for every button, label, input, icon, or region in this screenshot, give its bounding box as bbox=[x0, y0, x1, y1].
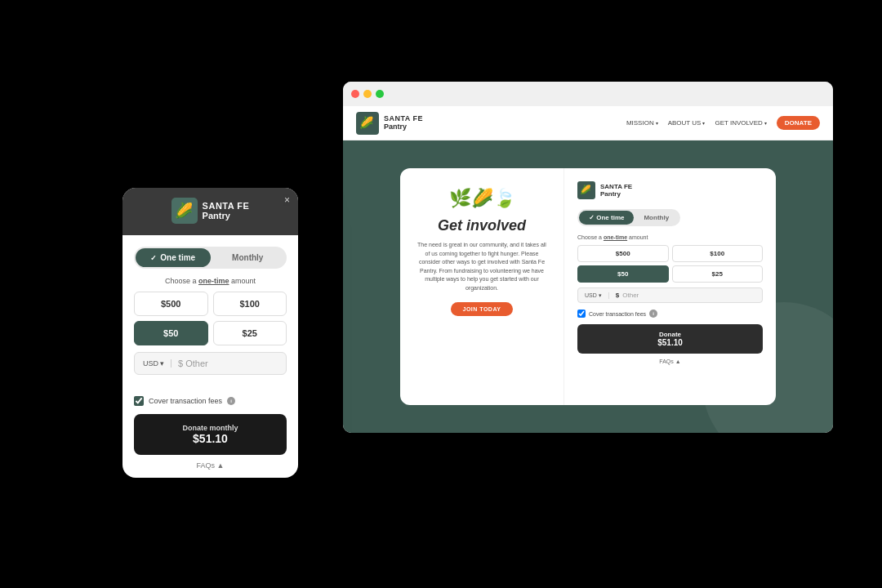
frequency-toggle-group: ✓ One time Monthly bbox=[577, 209, 680, 226]
card-emojis: 🌿🌽🍃 bbox=[449, 188, 515, 209]
faqs-link[interactable]: FAQs ▲ bbox=[577, 359, 763, 364]
info-icon[interactable]: i bbox=[649, 310, 657, 318]
mobile-amount-50[interactable]: $50 bbox=[134, 321, 208, 345]
browser-window: 🌽 SANTA FE Pantry MISSION ▾ ABOUT US ▾ G… bbox=[343, 82, 833, 433]
mobile-footer: Cover transaction fees i Donate monthly … bbox=[122, 396, 298, 478]
svg-text:🌽: 🌽 bbox=[359, 116, 374, 130]
svg-text:🌽: 🌽 bbox=[580, 184, 591, 195]
card-left: 🌿🌽🍃 Get involved The need is great in ou… bbox=[400, 168, 564, 405]
mobile-label-pre: Choose a bbox=[165, 277, 198, 285]
cover-fees-checkbox[interactable] bbox=[577, 310, 586, 318]
mobile-brand-line2: Pantry bbox=[203, 211, 250, 220]
donate-button[interactable]: Donate $51.10 bbox=[577, 324, 763, 354]
nav-brand: 🌽 SANTA FE Pantry bbox=[356, 112, 423, 135]
browser-dot-red[interactable] bbox=[351, 90, 359, 98]
browser-chrome bbox=[343, 82, 833, 106]
chevron-down-icon: ▾ bbox=[702, 120, 705, 126]
nav-brand-line2: Pantry bbox=[384, 123, 423, 131]
amount-label: Choose a one-time amount bbox=[577, 234, 763, 240]
mobile-widget: × 🌽 SANTA FE Pantry One time Monthly Cho… bbox=[122, 188, 298, 478]
monthly-toggle-button[interactable]: Monthly bbox=[634, 211, 679, 225]
amount-button-25[interactable]: $25 bbox=[672, 265, 764, 283]
mobile-faqs-link[interactable]: FAQs ▲ bbox=[134, 461, 287, 470]
join-today-button[interactable]: JOIN TODAY bbox=[451, 302, 512, 316]
amount-label-post: amount bbox=[627, 234, 648, 240]
browser-dot-yellow[interactable] bbox=[363, 90, 372, 98]
mobile-logo-icon: 🌽 bbox=[172, 198, 198, 224]
other-amount-row[interactable]: USD ▾ $ Other bbox=[577, 287, 763, 303]
close-icon[interactable]: × bbox=[284, 194, 290, 206]
mobile-brand-line1: SANTA FE bbox=[203, 201, 250, 211]
currency-label: USD bbox=[585, 292, 597, 298]
mobile-donate-amount: $51.10 bbox=[144, 432, 277, 445]
amount-grid: $500 $100 $50 $25 bbox=[577, 245, 763, 283]
browser-dot-green[interactable] bbox=[376, 90, 384, 98]
amount-button-500[interactable]: $500 bbox=[577, 245, 669, 262]
mobile-cover-fees-label: Cover transaction fees bbox=[149, 397, 222, 405]
mobile-currency-chevron-icon: ▾ bbox=[160, 359, 164, 368]
mobile-amount-100[interactable]: $100 bbox=[213, 292, 287, 316]
amount-button-100[interactable]: $100 bbox=[672, 245, 764, 262]
mobile-info-icon[interactable]: i bbox=[227, 397, 235, 405]
nav-brand-text: SANTA FE Pantry bbox=[384, 115, 423, 131]
mobile-label-bold: one-time bbox=[198, 277, 229, 285]
nav-link-get-involved[interactable]: GET INVOLVED ▾ bbox=[715, 119, 766, 127]
mobile-donate-label: Donate monthly bbox=[144, 424, 277, 432]
chevron-down-icon: ▾ bbox=[764, 120, 767, 126]
nav-link-mission[interactable]: MISSION ▾ bbox=[626, 119, 658, 127]
mobile-amount-500[interactable]: $500 bbox=[134, 292, 208, 316]
amount-button-50[interactable]: $50 bbox=[577, 265, 669, 283]
mobile-amount-25[interactable]: $25 bbox=[213, 321, 287, 345]
card-right: 🌽 SANTA FE Pantry ✓ One time Monthly Cho… bbox=[564, 168, 776, 405]
currency-chevron-icon: ▾ bbox=[599, 292, 602, 299]
dollar-sign: $ bbox=[616, 292, 619, 299]
one-time-toggle-button[interactable]: ✓ One time bbox=[579, 211, 634, 225]
currency-selector[interactable]: USD ▾ bbox=[585, 292, 609, 299]
browser-nav: 🌽 SANTA FE Pantry MISSION ▾ ABOUT US ▾ G… bbox=[343, 106, 833, 140]
mobile-frequency-toggle: One time Monthly bbox=[134, 247, 287, 269]
mobile-body: One time Monthly Choose a one-time amoun… bbox=[122, 235, 298, 396]
card-title: Get involved bbox=[438, 217, 526, 234]
mobile-label-post: amount bbox=[229, 277, 256, 285]
card-logo-icon: 🌽 bbox=[577, 181, 595, 199]
mobile-transaction-fees-row: Cover transaction fees i bbox=[134, 396, 287, 406]
mobile-brand-text: SANTA FE Pantry bbox=[203, 201, 250, 220]
mobile-other-input[interactable]: $ Other bbox=[178, 359, 208, 368]
svg-text:🌽: 🌽 bbox=[175, 202, 194, 220]
nav-links: MISSION ▾ ABOUT US ▾ GET INVOLVED ▾ DONA… bbox=[626, 116, 820, 130]
donate-label: Donate bbox=[659, 331, 681, 338]
other-input[interactable]: Other bbox=[622, 292, 639, 299]
card-brand-line1: SANTA FE bbox=[600, 183, 632, 190]
card-brand: 🌽 SANTA FE Pantry bbox=[577, 181, 763, 199]
mobile-donate-button[interactable]: Donate monthly $51.10 bbox=[134, 414, 287, 455]
mobile-one-time-button[interactable]: One time bbox=[136, 248, 211, 267]
mobile-currency-label: USD bbox=[143, 359, 158, 368]
mobile-monthly-button[interactable]: Monthly bbox=[211, 248, 286, 267]
scene: 🌽 SANTA FE Pantry MISSION ▾ ABOUT US ▾ G… bbox=[0, 0, 882, 588]
mobile-currency-selector[interactable]: USD ▾ bbox=[143, 359, 172, 368]
mobile-amount-label: Choose a one-time amount bbox=[134, 277, 287, 285]
nav-link-about[interactable]: ABOUT US ▾ bbox=[668, 119, 706, 127]
donate-amount: $51.10 bbox=[584, 338, 756, 347]
card-brand-line2: Pantry bbox=[600, 190, 632, 198]
transaction-fees-row: Cover transaction fees i bbox=[577, 310, 763, 318]
cover-fees-label: Cover transaction fees bbox=[589, 311, 646, 317]
card-brand-text: SANTA FE Pantry bbox=[600, 183, 632, 198]
mobile-cover-fees-checkbox[interactable] bbox=[134, 396, 144, 406]
nav-logo-icon: 🌽 bbox=[356, 112, 379, 135]
chevron-down-icon: ▾ bbox=[656, 120, 658, 126]
mobile-amount-grid: $500 $100 $50 $25 bbox=[134, 292, 287, 345]
amount-label-bold: one-time bbox=[604, 234, 627, 240]
mobile-brand: 🌽 SANTA FE Pantry bbox=[172, 198, 250, 224]
card-description: The need is great in our community, and … bbox=[416, 241, 547, 292]
donation-card: 🌿🌽🍃 Get involved The need is great in ou… bbox=[400, 168, 776, 405]
mobile-other-row[interactable]: USD ▾ $ Other bbox=[134, 352, 287, 375]
amount-label-pre: Choose a bbox=[577, 234, 604, 240]
browser-content: 🌿🌽🍃 Get involved The need is great in ou… bbox=[343, 140, 833, 433]
mobile-header: × 🌽 SANTA FE Pantry bbox=[122, 188, 298, 235]
nav-donate-button[interactable]: DONATE bbox=[777, 116, 820, 130]
